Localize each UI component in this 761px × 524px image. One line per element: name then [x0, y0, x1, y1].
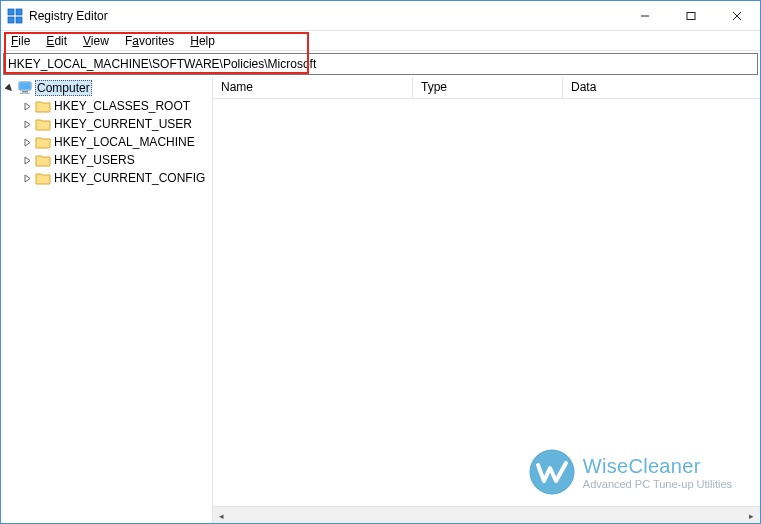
horizontal-scrollbar[interactable]: ◂ ▸ — [213, 506, 760, 523]
tree-hive-hklm[interactable]: HKEY_LOCAL_MACHINE — [19, 133, 212, 151]
tree-hive-label: HKEY_USERS — [53, 153, 136, 167]
svg-marker-16 — [25, 157, 30, 164]
watermark-brand: WiseCleaner — [583, 455, 732, 478]
tree-hive-label: HKEY_CURRENT_USER — [53, 117, 193, 131]
scroll-left-arrow[interactable]: ◂ — [213, 507, 230, 524]
tree-panel[interactable]: Computer HKEY_CLASSES_ROOT HKEY_CURRENT_… — [1, 77, 213, 523]
tree-hive-hkcu[interactable]: HKEY_CURRENT_USER — [19, 115, 212, 133]
svg-marker-8 — [5, 84, 14, 93]
svg-rect-3 — [16, 17, 22, 23]
svg-marker-17 — [25, 175, 30, 182]
wisecleaner-icon — [529, 449, 575, 495]
tree-root-label: Computer — [35, 80, 92, 96]
expander-icon[interactable] — [3, 82, 15, 94]
tree-root-computer[interactable]: Computer — [1, 79, 212, 97]
svg-rect-11 — [22, 91, 28, 93]
column-data[interactable]: Data — [563, 77, 760, 98]
expander-icon[interactable] — [21, 136, 33, 148]
scroll-right-arrow[interactable]: ▸ — [743, 507, 760, 524]
registry-editor-icon — [7, 8, 23, 24]
watermark-text: WiseCleaner Advanced PC Tune-up Utilitie… — [583, 455, 732, 490]
column-type[interactable]: Type — [413, 77, 563, 98]
svg-rect-10 — [20, 83, 30, 89]
menu-bar: File Edit View Favorites Help — [1, 31, 760, 51]
svg-rect-12 — [20, 93, 30, 95]
menu-file-rest: ile — [18, 34, 30, 48]
titlebar: Registry Editor — [1, 1, 760, 31]
window-title: Registry Editor — [29, 9, 108, 23]
watermark-tagline: Advanced PC Tune-up Utilities — [583, 478, 732, 490]
folder-icon — [35, 135, 51, 149]
values-list[interactable] — [213, 99, 760, 506]
folder-icon — [35, 171, 51, 185]
tree-hive-label: HKEY_CURRENT_CONFIG — [53, 171, 206, 185]
svg-rect-1 — [16, 9, 22, 15]
column-name[interactable]: Name — [213, 77, 413, 98]
tree-hive-hkcc[interactable]: HKEY_CURRENT_CONFIG — [19, 169, 212, 187]
tree-hive-label: HKEY_LOCAL_MACHINE — [53, 135, 196, 149]
maximize-button[interactable] — [668, 1, 714, 31]
close-button[interactable] — [714, 1, 760, 31]
address-input[interactable] — [8, 57, 753, 71]
tree-hive-hku[interactable]: HKEY_USERS — [19, 151, 212, 169]
folder-icon — [35, 99, 51, 113]
computer-icon — [17, 81, 33, 95]
tree-hive-label: HKEY_CLASSES_ROOT — [53, 99, 191, 113]
window-controls — [622, 1, 760, 31]
watermark-logo: WiseCleaner Advanced PC Tune-up Utilitie… — [529, 449, 732, 495]
column-headers: Name Type Data — [213, 77, 760, 99]
svg-marker-14 — [25, 121, 30, 128]
svg-rect-2 — [8, 17, 14, 23]
menu-favorites[interactable]: Favorites — [119, 34, 180, 48]
menu-help[interactable]: Help — [184, 34, 221, 48]
folder-icon — [35, 117, 51, 131]
expander-icon[interactable] — [21, 154, 33, 166]
folder-icon — [35, 153, 51, 167]
expander-icon[interactable] — [21, 100, 33, 112]
menu-edit[interactable]: Edit — [40, 34, 73, 48]
svg-rect-5 — [687, 12, 695, 19]
menu-file[interactable]: File — [5, 34, 36, 48]
svg-rect-0 — [8, 9, 14, 15]
svg-marker-15 — [25, 139, 30, 146]
address-bar[interactable] — [3, 53, 758, 75]
expander-icon[interactable] — [21, 172, 33, 184]
svg-marker-13 — [25, 103, 30, 110]
menu-view[interactable]: View — [77, 34, 115, 48]
tree-hive-hkcr[interactable]: HKEY_CLASSES_ROOT — [19, 97, 212, 115]
scroll-track[interactable] — [230, 507, 743, 523]
expander-icon[interactable] — [21, 118, 33, 130]
minimize-button[interactable] — [622, 1, 668, 31]
